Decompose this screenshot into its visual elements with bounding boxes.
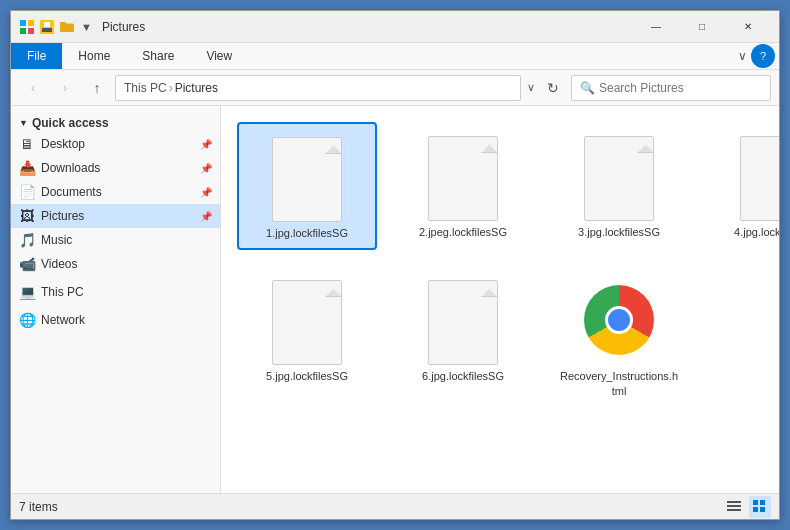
pictures-icon: 🖼 <box>19 208 35 224</box>
file-name-recovery: Recovery_Instructions.html <box>559 369 679 398</box>
up-button[interactable]: ↑ <box>83 74 111 102</box>
sidebar-label-desktop: Desktop <box>41 137 194 151</box>
file-grid: 1.jpg.lockfilesSG 2.jpeg.lockfilesSG 3.j… <box>233 118 767 411</box>
sidebar-item-videos[interactable]: 📹 Videos <box>11 252 220 276</box>
grid-view-button[interactable] <box>749 496 771 518</box>
file-item-5[interactable]: 5.jpg.lockfilesSG <box>237 266 377 407</box>
list-view-icon <box>727 500 741 514</box>
ribbon: File Home Share View ∨ ? <box>11 43 779 70</box>
sidebar-label-music: Music <box>41 233 212 247</box>
sidebar-label-documents: Documents <box>41 185 194 199</box>
doc-shape-3 <box>584 136 654 221</box>
file-name-1: 1.jpg.lockfilesSG <box>266 226 348 240</box>
file-name-5: 5.jpg.lockfilesSG <box>266 369 348 383</box>
tab-share[interactable]: Share <box>126 43 190 69</box>
sidebar-item-downloads[interactable]: 📥 Downloads 📌 <box>11 156 220 180</box>
search-box[interactable]: 🔍 <box>571 75 771 101</box>
address-bar: ‹ › ↑ This PC › Pictures ∨ ↻ 🔍 <box>11 70 779 106</box>
file-icon-1 <box>267 132 347 222</box>
minimize-button[interactable]: — <box>633 11 679 43</box>
file-icon-2 <box>423 131 503 221</box>
file-icon-recovery <box>579 275 659 365</box>
desktop-icon: 🖥 <box>19 136 35 152</box>
window-title: Pictures <box>102 20 633 34</box>
sidebar-item-network[interactable]: 🌐 Network <box>11 308 220 332</box>
file-name-3: 3.jpg.lockfilesSG <box>578 225 660 239</box>
search-input[interactable] <box>599 81 762 95</box>
help-button[interactable]: ? <box>751 44 775 68</box>
maximize-button[interactable]: □ <box>679 11 725 43</box>
save-icon <box>39 19 55 35</box>
close-button[interactable]: ✕ <box>725 11 771 43</box>
refresh-button[interactable]: ↻ <box>539 74 567 102</box>
ribbon-extra: ∨ ? <box>738 44 779 68</box>
svg-rect-8 <box>727 505 741 507</box>
sidebar-label-videos: Videos <box>41 257 212 271</box>
svg-rect-7 <box>727 501 741 503</box>
pin-icon-pictures: 📌 <box>200 211 212 222</box>
file-item-6[interactable]: 6.jpg.lockfilesSG <box>393 266 533 407</box>
file-name-4: 4.jpg.lockfilesSG <box>734 225 779 239</box>
file-icon-6 <box>423 275 503 365</box>
file-item-recovery[interactable]: Recovery_Instructions.html <box>549 266 689 407</box>
title-bar: ▼ Pictures — □ ✕ <box>11 11 779 43</box>
sidebar-item-documents[interactable]: 📄 Documents 📌 <box>11 180 220 204</box>
sidebar-item-pictures[interactable]: 🖼 Pictures 📌 <box>11 204 220 228</box>
sidebar-item-thispc[interactable]: 💻 This PC <box>11 280 220 304</box>
view-controls <box>723 496 771 518</box>
sidebar-item-music[interactable]: 🎵 Music <box>11 228 220 252</box>
grid-view-icon <box>753 500 767 514</box>
file-item-4[interactable]: 4.jpg.lockfilesSG <box>705 122 779 250</box>
thispc-icon: 💻 <box>19 284 35 300</box>
network-icon: 🌐 <box>19 312 35 328</box>
list-view-button[interactable] <box>723 496 745 518</box>
svg-rect-12 <box>753 507 758 512</box>
file-item-1[interactable]: 1.jpg.lockfilesSG <box>237 122 377 250</box>
breadcrumb-sep1: › <box>169 81 173 95</box>
breadcrumb-pictures: Pictures <box>175 81 218 95</box>
svg-rect-9 <box>727 509 741 511</box>
music-icon: 🎵 <box>19 232 35 248</box>
svg-rect-2 <box>20 28 26 34</box>
forward-button[interactable]: › <box>51 74 79 102</box>
tab-file[interactable]: File <box>11 43 62 69</box>
dropdown-icon: ∨ <box>527 81 535 94</box>
sidebar-label-pictures: Pictures <box>41 209 194 223</box>
quick-access-label: Quick access <box>32 116 109 130</box>
videos-icon: 📹 <box>19 256 35 272</box>
sidebar-section-quickaccess: ▼ Quick access 🖥 Desktop 📌 📥 Downloads 📌… <box>11 110 220 276</box>
sidebar-label-thispc: This PC <box>41 285 212 299</box>
folder-icon <box>59 19 75 35</box>
main-area: ▼ Quick access 🖥 Desktop 📌 📥 Downloads 📌… <box>11 106 779 493</box>
tab-view[interactable]: View <box>190 43 248 69</box>
file-item-2[interactable]: 2.jpeg.lockfilesSG <box>393 122 533 250</box>
file-area: 1.jpg.lockfilesSG 2.jpeg.lockfilesSG 3.j… <box>221 106 779 493</box>
doc-shape-1 <box>272 137 342 222</box>
chrome-icon <box>584 285 654 355</box>
svg-rect-1 <box>28 20 34 26</box>
file-icon-3 <box>579 131 659 221</box>
sidebar-label-downloads: Downloads <box>41 161 194 175</box>
svg-rect-11 <box>760 500 765 505</box>
file-item-3[interactable]: 3.jpg.lockfilesSG <box>549 122 689 250</box>
sidebar: ▼ Quick access 🖥 Desktop 📌 📥 Downloads 📌… <box>11 106 221 493</box>
pin-icon-desktop: 📌 <box>200 139 212 150</box>
file-name-2: 2.jpeg.lockfilesSG <box>419 225 507 239</box>
pin-icon-documents: 📌 <box>200 187 212 198</box>
explorer-window: ▼ Pictures — □ ✕ File Home Share View ∨ … <box>10 10 780 520</box>
svg-rect-3 <box>28 28 34 34</box>
sidebar-item-desktop[interactable]: 🖥 Desktop 📌 <box>11 132 220 156</box>
doc-shape-6 <box>428 280 498 365</box>
svg-rect-10 <box>753 500 758 505</box>
ribbon-tabs: File Home Share View ∨ ? <box>11 43 779 69</box>
doc-shape-5 <box>272 280 342 365</box>
sidebar-section-network: 🌐 Network <box>11 308 220 332</box>
ribbon-chevron-icon: ∨ <box>738 49 747 63</box>
title-bar-controls: — □ ✕ <box>633 11 771 43</box>
file-icon-4 <box>735 131 779 221</box>
doc-shape-4 <box>740 136 779 221</box>
chrome-inner-circle <box>605 306 633 334</box>
back-button[interactable]: ‹ <box>19 74 47 102</box>
address-path[interactable]: This PC › Pictures <box>115 75 521 101</box>
tab-home[interactable]: Home <box>62 43 126 69</box>
